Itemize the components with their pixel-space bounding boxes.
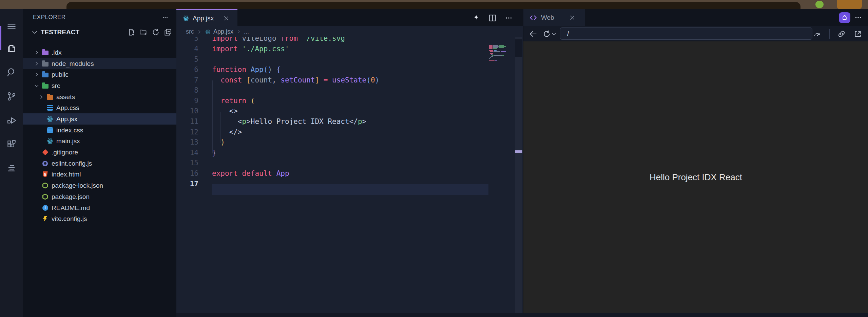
vite-icon [42,216,49,222]
tree-item-idx[interactable]: .idx [23,47,176,58]
copy-link-icon[interactable] [837,30,846,38]
explorer-files-icon[interactable] [0,39,23,58]
tree-item-app-jsx[interactable]: App.jsx [23,113,176,125]
chevron-down-icon[interactable] [551,31,557,37]
scrollbar-thumb[interactable] [515,39,522,57]
tree-item-src[interactable]: src [23,80,176,91]
tree-item-package-json[interactable]: package.json [23,191,176,202]
url-input[interactable] [560,27,812,40]
git-icon [42,149,49,156]
tree-item-package-lock[interactable]: package-lock.json [23,180,176,191]
react-icon [182,15,189,22]
breadcrumb: src App.jsx ... [176,26,523,37]
node-json-icon [42,182,49,189]
more-horizontal-icon[interactable] [161,14,169,23]
source-control-icon[interactable] [0,87,23,106]
code-line: 5 [176,54,523,65]
minimap[interactable] [489,45,514,62]
run-debug-icon[interactable] [0,111,23,130]
tree-item-vite-config[interactable]: vite.config.js [23,213,176,224]
tree-item-index-css[interactable]: index.css [23,125,176,136]
refresh-icon[interactable] [151,28,160,37]
folder-icon [42,71,49,78]
new-file-icon[interactable] [127,28,136,37]
close-icon[interactable] [223,15,229,21]
explorer-actions [127,28,172,37]
css-icon [46,127,53,134]
tab-web[interactable]: Web [523,9,585,26]
chevron-down-icon [31,29,38,36]
vertical-scrollbar[interactable] [515,37,522,317]
tree-item-assets[interactable]: assets [23,91,176,102]
tab-app-jsx[interactable]: App.jsx [176,9,237,26]
editor-actions [472,14,513,22]
chevron-right-icon [34,72,39,77]
reload-icon[interactable] [542,30,551,38]
web-preview-panel: Web Hello Project IDX React [523,9,868,317]
preview-text: Hello Project IDX React [650,172,742,183]
folder-icon [42,49,49,56]
code-line: 11 <p>Hello Project IDX React</p> [176,116,523,127]
project-root-row[interactable]: TESTREACT [23,27,176,38]
node-json-icon [42,193,49,200]
tree-item-gitignore[interactable]: .gitignore [23,147,176,158]
folder-icon [42,82,49,89]
code-tag-icon [528,13,538,22]
web-toolbar-right [813,26,862,41]
tab-label: Web [541,14,554,21]
web-preview-content: Hello Project IDX React [523,41,868,313]
chevron-down-icon [34,83,39,89]
web-toolbar [523,26,868,41]
code-line: 13 ) [176,137,523,148]
chevron-right-icon [197,29,202,34]
split-editor-icon[interactable] [488,14,497,22]
open-external-icon[interactable] [853,30,862,38]
tree-item-eslint-config[interactable]: eslint.config.js [23,158,176,169]
tree-item-main-jsx[interactable]: main.jsx [23,135,176,147]
activity-bar [0,9,23,317]
tree-item-readme[interactable]: iREADME.md [23,202,176,213]
info-icon: i [42,205,49,211]
search-icon[interactable] [0,63,23,82]
lock-icon [841,14,848,21]
breadcrumb-file[interactable]: App.jsx [213,28,233,35]
minimap-content [489,45,514,62]
tree-item-node-modules[interactable]: node_modules [23,58,176,69]
explorer-title: EXPLORER [33,14,66,21]
tree-item-public[interactable]: public [23,69,176,80]
code-line: 17 [176,179,523,189]
performance-gauge-icon[interactable] [813,30,822,38]
menu-icon[interactable] [0,17,23,36]
tree-item-app-css[interactable]: App.css [23,102,176,113]
gemini-sparkle-icon[interactable] [472,14,481,22]
more-horizontal-icon[interactable] [504,14,513,22]
idx-output-lines-icon[interactable] [0,159,23,178]
tree-item-index-html[interactable]: 5index.html [23,169,176,180]
react-icon [46,138,53,145]
code-line: 8 [176,85,523,96]
breadcrumb-symbol[interactable]: ... [244,28,249,35]
extensions-icon[interactable] [0,135,23,154]
code-line: 12 </> [176,127,523,137]
code-line: 10 <> [176,106,523,116]
css-icon [46,105,53,111]
status-dot [815,1,824,8]
back-arrow-icon[interactable] [529,30,538,38]
more-horizontal-icon[interactable] [854,13,863,23]
browser-tab-shape [66,2,801,9]
new-folder-icon[interactable] [139,28,148,37]
code-line: 16export default App [176,168,523,179]
breadcrumb-src[interactable]: src [186,28,194,35]
code-line: 9 return ( [176,96,523,106]
collapse-all-icon[interactable] [163,28,172,37]
folder-icon [46,94,53,100]
code-line: 14} [176,148,523,158]
overview-cursor-mark [515,150,522,153]
close-icon[interactable] [569,15,575,21]
browser-chrome-strip [0,0,868,9]
code-editor[interactable]: 3import viteLogo from '/vite.svg' 4impor… [176,37,523,317]
explorer-panel: EXPLORER TESTREACT .idx node_modules pub… [23,9,176,317]
lock-button[interactable] [839,12,850,23]
code-line: 7 const [count, setCount] = useState(0) [176,75,523,86]
idx-workspace: EXPLORER TESTREACT .idx node_modules pub… [0,0,868,317]
